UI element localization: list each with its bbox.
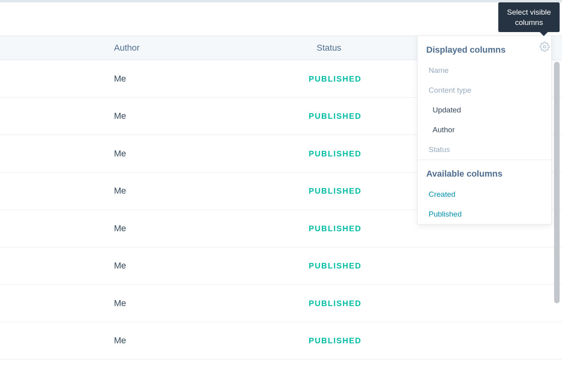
cell-author: Me — [114, 74, 126, 84]
column-settings-button[interactable] — [537, 40, 553, 55]
vertical-scrollbar[interactable] — [554, 62, 560, 303]
cell-status: PUBLISHED — [309, 261, 362, 270]
column-header-author[interactable]: Author — [114, 36, 140, 60]
cell-status: PUBLISHED — [309, 299, 362, 308]
displayed-column-author[interactable]: Author — [418, 120, 551, 140]
cell-author: Me — [114, 298, 126, 308]
cell-status: PUBLISHED — [309, 336, 362, 345]
available-column-published[interactable]: Published — [418, 204, 551, 224]
cell-status: PUBLISHED — [309, 186, 362, 196]
column-visibility-popover: Displayed columns Name Content type Upda… — [417, 36, 552, 225]
cell-author: Me — [114, 223, 126, 234]
displayed-column-status: Status — [418, 140, 551, 160]
cell-author: Me — [114, 148, 126, 159]
cell-author: Me — [114, 261, 126, 271]
displayed-columns-heading: Displayed columns — [418, 36, 551, 61]
toolbar-spacer — [0, 2, 562, 36]
cell-author: Me — [114, 186, 126, 196]
displayed-column-content-type: Content type — [418, 80, 551, 100]
available-columns-heading: Available columns — [418, 160, 551, 185]
cell-status: PUBLISHED — [309, 74, 362, 83]
column-header-status[interactable]: Status — [317, 36, 341, 60]
tooltip-select-visible-columns: Select visible columns — [498, 2, 560, 32]
displayed-column-updated[interactable]: Updated — [418, 100, 551, 120]
cell-author: Me — [114, 335, 126, 346]
cell-status: PUBLISHED — [309, 149, 362, 158]
table-row[interactable]: Me PUBLISHED — [0, 285, 562, 322]
cell-status: PUBLISHED — [309, 224, 362, 233]
table-row[interactable]: Me PUBLISHED — [0, 322, 562, 360]
svg-point-0 — [543, 46, 546, 48]
tooltip-line: Select visible — [507, 8, 551, 16]
gear-icon — [539, 42, 550, 53]
available-column-created[interactable]: Created — [418, 185, 551, 204]
table-row[interactable]: Me PUBLISHED — [0, 247, 562, 285]
displayed-column-name: Name — [418, 61, 551, 80]
cell-author: Me — [114, 111, 126, 121]
cell-status: PUBLISHED — [309, 112, 362, 121]
tooltip-line: columns — [515, 18, 543, 27]
